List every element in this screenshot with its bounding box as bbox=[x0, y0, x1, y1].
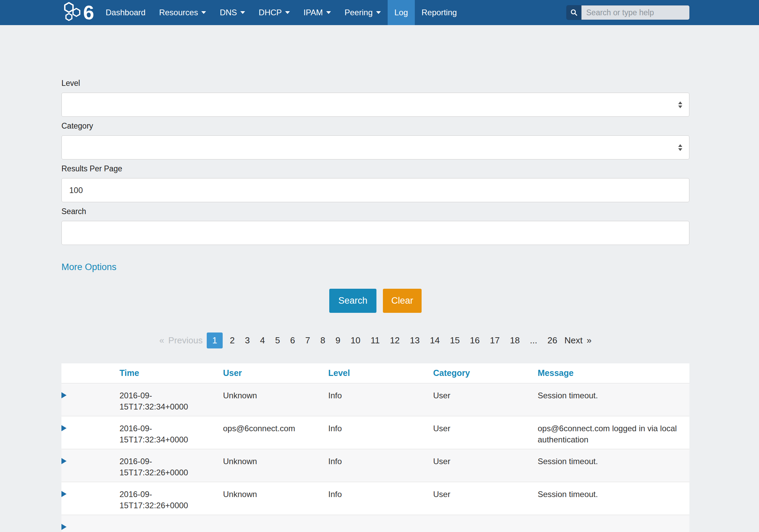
nav-item-peering[interactable]: Peering bbox=[338, 0, 388, 25]
nav-item-dns[interactable]: DNS bbox=[213, 0, 252, 25]
pagination-page[interactable]: 13 bbox=[407, 335, 423, 346]
cell-level: Info bbox=[328, 416, 433, 449]
pagination-previous-arrow: « bbox=[159, 335, 164, 346]
nav-item-dashboard[interactable]: Dashboard bbox=[99, 0, 152, 25]
category-select[interactable] bbox=[61, 135, 689, 159]
caret-down-icon bbox=[285, 11, 290, 14]
search-filter-input[interactable] bbox=[61, 221, 689, 245]
pagination-page[interactable]: 3 bbox=[242, 335, 253, 346]
cell-user: Unknown bbox=[223, 383, 328, 416]
cell-user: Unknown bbox=[223, 482, 328, 515]
level-label: Level bbox=[61, 79, 689, 88]
results-per-page-input[interactable] bbox=[61, 178, 689, 202]
table-row: 2016-09-15T17:32:34+0000 Unknown Info Us… bbox=[61, 383, 689, 416]
expand-row-icon[interactable] bbox=[61, 392, 67, 398]
table-header-row: Time User Level Category Message bbox=[61, 363, 689, 383]
cell-level: Info bbox=[328, 383, 433, 416]
pagination-page[interactable]: 17 bbox=[487, 335, 503, 346]
search-filter-label: Search bbox=[61, 207, 689, 216]
pagination-page[interactable]: 16 bbox=[467, 335, 483, 346]
pagination-page[interactable]: 15 bbox=[447, 335, 463, 346]
category-select-value bbox=[62, 143, 77, 152]
nav-item-label: Resources bbox=[159, 8, 198, 17]
pagination-page[interactable]: 18 bbox=[507, 335, 523, 346]
nav-search-input[interactable] bbox=[581, 5, 689, 20]
pagination-page[interactable]: 2 bbox=[227, 335, 238, 346]
nav-item-label: Reporting bbox=[422, 8, 457, 17]
table-row bbox=[61, 515, 689, 532]
logo-six-text: 6 bbox=[83, 0, 94, 25]
pagination-page[interactable]: 26 bbox=[544, 335, 560, 346]
cell-level bbox=[328, 515, 433, 532]
page: 6 Dashboard Resources DNS DHCP IPAM Peer… bbox=[0, 0, 759, 532]
header-message[interactable]: Message bbox=[538, 363, 689, 383]
log-filter-panel: Level Category Results Per Page Search M… bbox=[0, 25, 689, 532]
pagination-page[interactable]: 14 bbox=[427, 335, 443, 346]
header-time[interactable]: Time bbox=[119, 363, 223, 383]
cell-time: 2016-09-15T17:32:26+0000 bbox=[119, 482, 223, 515]
more-options-link[interactable]: More Options bbox=[61, 262, 116, 272]
nav-menu: Dashboard Resources DNS DHCP IPAM Peerin… bbox=[99, 0, 464, 25]
cell-message bbox=[538, 515, 689, 532]
caret-down-icon bbox=[240, 11, 245, 14]
nav-item-label: DNS bbox=[220, 8, 237, 17]
pagination-next[interactable]: Next bbox=[564, 335, 582, 346]
category-label: Category bbox=[61, 121, 689, 131]
pagination-page[interactable]: 7 bbox=[302, 335, 313, 346]
pagination-page[interactable]: 9 bbox=[332, 335, 343, 346]
nav-item-label: IPAM bbox=[303, 8, 323, 17]
pagination-page[interactable]: 11 bbox=[368, 335, 383, 346]
nav-item-label: Dashboard bbox=[106, 8, 145, 17]
table-row: 2016-09-15T17:32:26+0000 Unknown Info Us… bbox=[61, 482, 689, 515]
nav-item-resources[interactable]: Resources bbox=[152, 0, 213, 25]
log-table-body: 2016-09-15T17:32:34+0000 Unknown Info Us… bbox=[61, 383, 689, 532]
nav-item-log[interactable]: Log bbox=[388, 0, 415, 25]
nav-item-dhcp[interactable]: DHCP bbox=[252, 0, 297, 25]
table-row: 2016-09-15T17:32:34+0000 ops@6connect.co… bbox=[61, 416, 689, 449]
cell-message: Session timeout. bbox=[538, 449, 689, 482]
nav-item-ipam[interactable]: IPAM bbox=[297, 0, 338, 25]
cell-message: Session timeout. bbox=[538, 383, 689, 416]
expand-row-icon[interactable] bbox=[61, 425, 67, 431]
level-select-value bbox=[62, 100, 77, 109]
header-expander bbox=[61, 363, 119, 383]
pagination-next-arrow[interactable]: » bbox=[587, 335, 591, 346]
pagination-page[interactable]: 5 bbox=[272, 335, 283, 346]
cell-time: 2016-09-15T17:32:34+0000 bbox=[119, 383, 223, 416]
pagination-ellipsis: ... bbox=[527, 335, 540, 346]
level-select[interactable] bbox=[61, 93, 689, 117]
pagination-page[interactable]: 12 bbox=[387, 335, 403, 346]
logo[interactable]: 6 bbox=[61, 0, 94, 25]
search-icon bbox=[567, 5, 581, 20]
pagination-page[interactable]: 6 bbox=[287, 335, 298, 346]
nav-item-reporting[interactable]: Reporting bbox=[415, 0, 464, 25]
pagination-page[interactable]: 10 bbox=[348, 335, 364, 346]
pagination-previous: Previous bbox=[168, 335, 203, 346]
filter-buttons: Search Clear bbox=[61, 289, 689, 313]
search-button[interactable]: Search bbox=[329, 289, 377, 313]
pagination-page-active[interactable]: 1 bbox=[207, 332, 223, 348]
pagination-page[interactable]: 4 bbox=[257, 335, 268, 346]
cell-user: ops@6connect.com bbox=[223, 416, 328, 449]
expand-row-icon[interactable] bbox=[61, 491, 67, 497]
nav-item-label: Log bbox=[394, 8, 408, 17]
header-level[interactable]: Level bbox=[328, 363, 433, 383]
nav-item-label: DHCP bbox=[259, 8, 282, 17]
clear-button[interactable]: Clear bbox=[383, 289, 422, 313]
expand-row-icon[interactable] bbox=[61, 524, 67, 530]
results-per-page-label: Results Per Page bbox=[61, 164, 689, 173]
cell-category: User bbox=[433, 449, 538, 482]
expand-row-icon[interactable] bbox=[61, 458, 67, 464]
cell-time bbox=[119, 515, 223, 532]
pagination-pages: 123456789101112131415161718...26 bbox=[205, 332, 562, 348]
cell-category: User bbox=[433, 482, 538, 515]
nav-search bbox=[566, 5, 690, 20]
cell-level: Info bbox=[328, 449, 433, 482]
pagination-page[interactable]: 8 bbox=[317, 335, 328, 346]
header-user[interactable]: User bbox=[223, 363, 328, 383]
cell-user bbox=[223, 515, 328, 532]
header-category[interactable]: Category bbox=[433, 363, 538, 383]
cell-level: Info bbox=[328, 482, 433, 515]
cell-message: Session timeout. bbox=[538, 482, 689, 515]
cell-message: ops@6connect.com logged in via local aut… bbox=[538, 416, 689, 449]
